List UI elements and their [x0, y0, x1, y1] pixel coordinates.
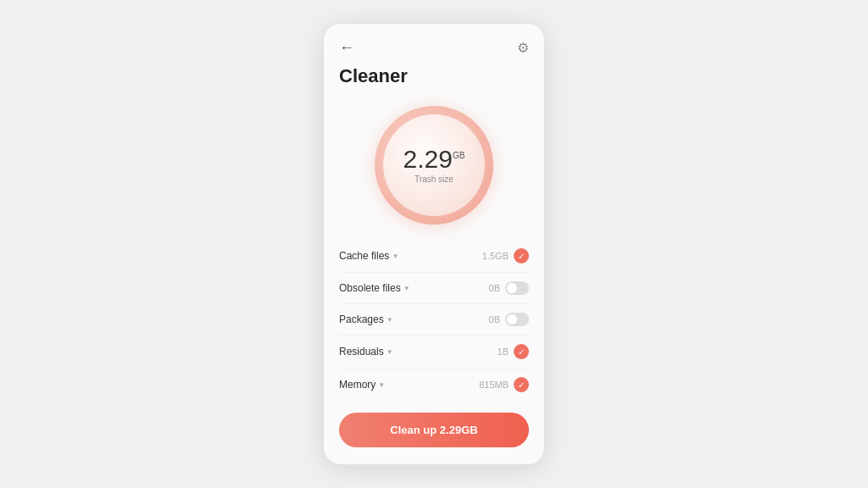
- circle-inner: 2.29GB Trash size: [383, 114, 485, 216]
- item-name: Cache files: [339, 250, 389, 262]
- list-item: Cache files▼1.5GB✓: [339, 240, 529, 273]
- item-name: Packages: [339, 313, 384, 325]
- item-left: Cache files▼: [339, 250, 398, 262]
- trash-size-value: 2.29GB: [403, 147, 465, 172]
- item-right: 1.5GB✓: [482, 248, 529, 263]
- header: ← ⚙: [324, 24, 544, 62]
- phone-frame: ← ⚙ Cleaner 2.29GB Trash size Cache file…: [324, 24, 544, 464]
- list-item: Residuals▼1B✓: [339, 336, 529, 369]
- item-right: 1B✓: [498, 344, 529, 359]
- item-left: Residuals▼: [339, 346, 393, 358]
- item-name: Residuals: [339, 346, 384, 358]
- list-item: Packages▼0B: [339, 304, 529, 336]
- page-title: Cleaner: [324, 62, 544, 97]
- item-right: 0B: [489, 281, 529, 295]
- settings-icon[interactable]: ⚙: [517, 40, 529, 56]
- check-badge[interactable]: ✓: [514, 248, 529, 263]
- item-right: 0B: [489, 313, 529, 326]
- item-left: Obsolete files▼: [339, 282, 410, 294]
- toggle-off[interactable]: [505, 313, 529, 326]
- item-size: 815MB: [479, 380, 509, 390]
- back-button[interactable]: ←: [339, 39, 354, 57]
- item-left: Memory▼: [339, 379, 385, 391]
- items-list: Cache files▼1.5GB✓Obsolete files▼0BPacka…: [324, 240, 544, 401]
- item-name: Obsolete files: [339, 282, 401, 294]
- chevron-down-icon: ▼: [387, 316, 393, 324]
- trash-size-circle: 2.29GB Trash size: [324, 97, 544, 240]
- clean-button[interactable]: Clean up 2.29GB: [339, 413, 529, 447]
- item-left: Packages▼: [339, 313, 393, 325]
- chevron-down-icon: ▼: [378, 381, 385, 389]
- item-size: 0B: [489, 283, 500, 293]
- item-size: 1.5GB: [482, 251, 509, 261]
- trash-size-label: Trash size: [415, 175, 453, 184]
- list-item: Memory▼815MB✓: [339, 369, 529, 401]
- chevron-down-icon: ▼: [387, 348, 393, 356]
- chevron-down-icon: ▼: [392, 252, 398, 260]
- list-item: Obsolete files▼0B: [339, 273, 529, 304]
- circle-outer: 2.29GB Trash size: [375, 106, 493, 225]
- item-name: Memory: [339, 379, 376, 391]
- check-badge[interactable]: ✓: [514, 344, 529, 359]
- item-size: 0B: [489, 314, 500, 324]
- chevron-down-icon: ▼: [403, 285, 410, 292]
- check-badge[interactable]: ✓: [514, 377, 529, 392]
- toggle-off[interactable]: [505, 281, 529, 295]
- item-right: 815MB✓: [479, 377, 529, 392]
- item-size: 1B: [498, 347, 509, 357]
